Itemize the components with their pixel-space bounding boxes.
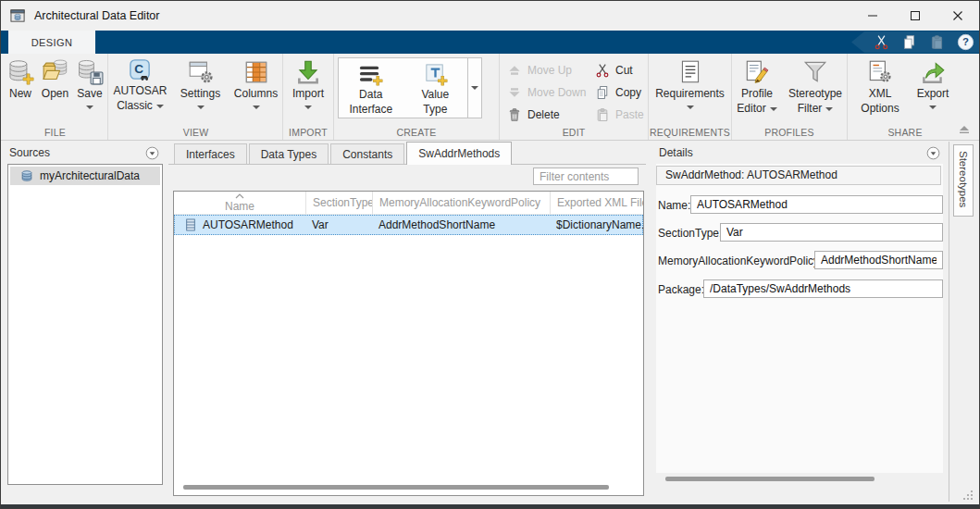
- dropdown-arrow-icon: [156, 105, 164, 108]
- dropdown-arrow-icon: [86, 106, 93, 109]
- ribbon-tab-bar: DESIGN: [1, 31, 979, 54]
- dropdown-arrow-icon: [471, 86, 478, 90]
- column-header-name[interactable]: Name: [174, 192, 305, 214]
- panel-menu-icon[interactable]: [145, 146, 159, 160]
- save-button[interactable]: Save: [73, 54, 107, 109]
- xml-options-label-line1: XML: [869, 88, 892, 101]
- profile-editor-label-line2: Editor: [737, 103, 776, 116]
- ribbon-group-share: XML Options Export SHARE: [848, 54, 962, 140]
- tab-interfaces[interactable]: Interfaces: [174, 143, 247, 164]
- xml-options-button[interactable]: XML Options: [856, 54, 904, 115]
- app-icon: [10, 8, 26, 24]
- swaddrmethods-table: Name SectionType MemoryAllocationKeyword…: [173, 191, 644, 496]
- table-header-row: Name SectionType MemoryAllocationKeyword…: [174, 192, 643, 215]
- package-field[interactable]: [703, 279, 943, 298]
- ribbon-group-requirements: Requirements REQUIREMENTS: [649, 54, 732, 140]
- row-item-icon: [185, 218, 196, 231]
- sources-list: myArchitecturalData: [7, 164, 163, 485]
- maximize-button[interactable]: [894, 1, 937, 31]
- sectiontype-field-label: SectionType:: [658, 227, 722, 240]
- dropdown-arrow-icon: [197, 106, 205, 109]
- value-type-icon: [423, 62, 448, 87]
- side-tab-strip: Stereotypes: [950, 142, 979, 505]
- group-label-create: CREATE: [334, 127, 499, 138]
- paste-icon: [929, 34, 945, 50]
- tab-constants[interactable]: Constants: [330, 143, 404, 164]
- tab-stereotypes[interactable]: Stereotypes: [953, 144, 974, 217]
- xml-options-icon: [866, 58, 894, 86]
- cut-icon[interactable]: [874, 34, 889, 50]
- stereotype-filter-label-line1: Stereotype: [788, 88, 842, 101]
- source-item-label: myArchitecturalData: [40, 169, 140, 182]
- architectural-data-editor-window: Architectural Data Editor DESIGN New: [0, 0, 980, 509]
- close-button[interactable]: [937, 1, 979, 31]
- new-button[interactable]: New: [4, 54, 38, 101]
- requirements-icon: [676, 58, 704, 86]
- table-row[interactable]: AUTOSARMethod Var AddrMethodShortName $D…: [174, 215, 643, 235]
- panel-menu-icon[interactable]: [926, 146, 940, 160]
- stereotype-filter-button[interactable]: Stereotype Filter: [785, 54, 846, 115]
- autosar-classic-icon: [128, 58, 153, 83]
- paste-button: Paste: [595, 106, 644, 122]
- delete-button[interactable]: Delete: [507, 106, 586, 122]
- requirements-button[interactable]: Requirements: [650, 54, 731, 109]
- tab-design-label: DESIGN: [31, 37, 73, 48]
- details-horizontal-scrollbar[interactable]: [665, 477, 875, 481]
- help-icon[interactable]: [957, 33, 974, 51]
- profile-editor-button[interactable]: Profile Editor: [733, 54, 781, 115]
- open-icon: [42, 58, 69, 86]
- column-header-memoryallocationkeywordpolicy[interactable]: MemoryAllocationKeywordPolicy: [372, 192, 550, 214]
- dropdown-arrow-icon: [304, 106, 312, 109]
- autosar-classic-label-line1: AUTOSAR: [114, 85, 167, 98]
- maximize-icon: [910, 10, 921, 21]
- memoryallocationkeywordpolicy-field[interactable]: [814, 251, 943, 269]
- columns-button[interactable]: Columns: [230, 54, 282, 109]
- group-label-edit: EDIT: [500, 127, 648, 138]
- details-panel: Details SwAddrMethod: AUTOSARMethod Name…: [651, 142, 949, 505]
- settings-label: Settings: [180, 88, 220, 101]
- window-controls: [851, 1, 979, 31]
- center-panel: Interfaces Data Types Constants SwAddrMe…: [168, 142, 646, 505]
- copy-icon[interactable]: [901, 34, 917, 50]
- export-button[interactable]: Export: [912, 54, 954, 109]
- copy-button[interactable]: Copy: [595, 84, 644, 100]
- details-selection-header: SwAddrMethod: AUTOSARMethod: [656, 166, 941, 185]
- memoryallocationkeywordpolicy-field-label: MemoryAllocationKeywordPolicy:: [658, 254, 822, 267]
- cell-sectiontype: Var: [305, 218, 372, 231]
- save-label: Save: [77, 88, 102, 101]
- export-icon: [919, 58, 947, 86]
- tab-data-types[interactable]: Data Types: [249, 143, 329, 164]
- tab-design[interactable]: DESIGN: [8, 31, 95, 54]
- column-header-sectiontype[interactable]: SectionType: [305, 192, 372, 214]
- table-horizontal-scrollbar[interactable]: [183, 485, 609, 490]
- collapse-ribbon-icon[interactable]: [958, 125, 971, 134]
- open-button[interactable]: Open: [38, 54, 73, 101]
- filter-contents-input[interactable]: [533, 168, 639, 185]
- resize-grip-icon[interactable]: [961, 489, 974, 502]
- cut-button[interactable]: Cut: [595, 62, 644, 78]
- create-gallery: Data Interface Value Type: [338, 57, 482, 118]
- autosar-classic-button[interactable]: AUTOSAR Classic: [110, 54, 171, 112]
- delete-label: Delete: [527, 108, 560, 121]
- profile-editor-icon: [743, 58, 771, 86]
- ribbon-group-create: Data Interface Value Type CREATE: [334, 54, 500, 140]
- move-up-label: Move Up: [527, 64, 572, 77]
- data-interface-button[interactable]: Data Interface: [339, 58, 403, 118]
- source-item-myarchitecturaldata[interactable]: myArchitecturalData: [10, 167, 160, 185]
- import-button[interactable]: Import: [286, 54, 330, 109]
- sources-panel-title: Sources: [9, 146, 50, 159]
- sectiontype-field[interactable]: [720, 223, 943, 242]
- value-type-label-line1: Value: [421, 89, 449, 102]
- ribbon-group-import: Import IMPORT: [283, 54, 334, 140]
- create-gallery-dropdown[interactable]: [467, 58, 481, 118]
- minimize-button[interactable]: [851, 1, 894, 31]
- tab-swaddrmethods[interactable]: SwAddrMethods: [406, 142, 512, 165]
- details-content: SwAddrMethod: AUTOSARMethod Name: Sectio…: [656, 164, 943, 473]
- copy-icon: [595, 85, 610, 100]
- value-type-button[interactable]: Value Type: [403, 58, 468, 118]
- package-field-label: Package:: [658, 283, 704, 296]
- value-type-label-line2: Type: [423, 104, 447, 117]
- name-field[interactable]: [690, 195, 943, 214]
- settings-button[interactable]: Settings: [177, 54, 225, 109]
- column-header-exported-xml-file[interactable]: Exported XML File: [550, 192, 643, 214]
